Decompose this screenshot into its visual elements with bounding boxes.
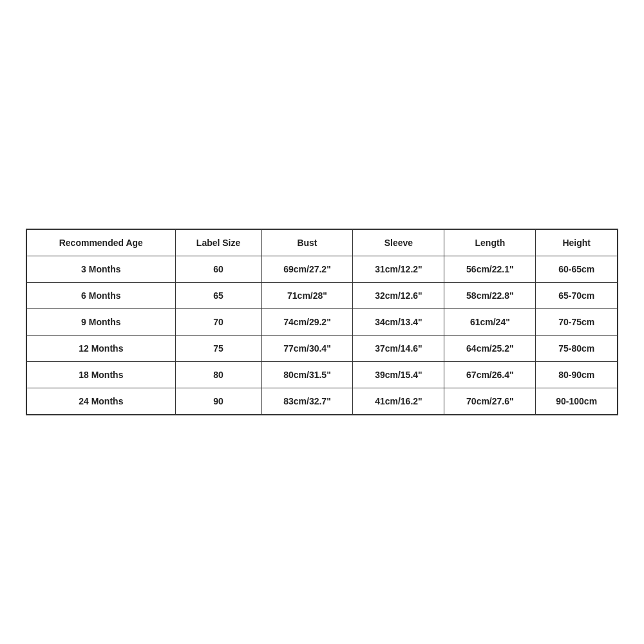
cell-length: 61cm/24" — [444, 309, 536, 336]
cell-sleeve: 39cm/15.4" — [353, 362, 444, 388]
header-recommended-age: Recommended Age — [27, 230, 176, 256]
header-sleeve: Sleeve — [353, 230, 444, 256]
cell-sleeve: 37cm/14.6" — [353, 336, 444, 362]
cell-length: 67cm/26.4" — [444, 362, 536, 388]
cell-age: 12 Months — [27, 336, 176, 362]
cell-length: 58cm/22.8" — [444, 283, 536, 309]
cell-label_size: 60 — [175, 256, 261, 283]
cell-label_size: 80 — [175, 362, 261, 388]
cell-sleeve: 31cm/12.2" — [353, 256, 444, 283]
cell-height: 60-65cm — [536, 256, 618, 283]
cell-length: 70cm/27.6" — [444, 388, 536, 415]
cell-height: 75-80cm — [536, 336, 618, 362]
cell-sleeve: 34cm/13.4" — [353, 309, 444, 336]
header-bust: Bust — [261, 230, 353, 256]
cell-height: 90-100cm — [536, 388, 618, 415]
table-row: 12 Months7577cm/30.4"37cm/14.6"64cm/25.2… — [27, 336, 618, 362]
cell-sleeve: 41cm/16.2" — [353, 388, 444, 415]
cell-length: 56cm/22.1" — [444, 256, 536, 283]
cell-age: 9 Months — [27, 309, 176, 336]
table-row: 9 Months7074cm/29.2"34cm/13.4"61cm/24"70… — [27, 309, 618, 336]
size-chart-table: Recommended Age Label Size Bust Sleeve L… — [26, 229, 618, 415]
table-row: 6 Months6571cm/28"32cm/12.6"58cm/22.8"65… — [27, 283, 618, 309]
cell-bust: 80cm/31.5" — [261, 362, 353, 388]
cell-bust: 77cm/30.4" — [261, 336, 353, 362]
cell-label_size: 90 — [175, 388, 261, 415]
header-length: Length — [444, 230, 536, 256]
cell-height: 80-90cm — [536, 362, 618, 388]
table-row: 18 Months8080cm/31.5"39cm/15.4"67cm/26.4… — [27, 362, 618, 388]
cell-bust: 71cm/28" — [261, 283, 353, 309]
cell-length: 64cm/25.2" — [444, 336, 536, 362]
table-row: 24 Months9083cm/32.7"41cm/16.2"70cm/27.6… — [27, 388, 618, 415]
cell-label_size: 65 — [175, 283, 261, 309]
cell-label_size: 70 — [175, 309, 261, 336]
cell-sleeve: 32cm/12.6" — [353, 283, 444, 309]
cell-height: 65-70cm — [536, 283, 618, 309]
cell-label_size: 75 — [175, 336, 261, 362]
table-row: 3 Months6069cm/27.2"31cm/12.2"56cm/22.1"… — [27, 256, 618, 283]
cell-age: 18 Months — [27, 362, 176, 388]
cell-age: 24 Months — [27, 388, 176, 415]
cell-bust: 74cm/29.2" — [261, 309, 353, 336]
cell-bust: 69cm/27.2" — [261, 256, 353, 283]
size-chart-container: Recommended Age Label Size Bust Sleeve L… — [26, 229, 618, 415]
cell-age: 3 Months — [27, 256, 176, 283]
cell-height: 70-75cm — [536, 309, 618, 336]
cell-bust: 83cm/32.7" — [261, 388, 353, 415]
header-height: Height — [536, 230, 618, 256]
header-label-size: Label Size — [175, 230, 261, 256]
table-header-row: Recommended Age Label Size Bust Sleeve L… — [27, 230, 618, 256]
cell-age: 6 Months — [27, 283, 176, 309]
